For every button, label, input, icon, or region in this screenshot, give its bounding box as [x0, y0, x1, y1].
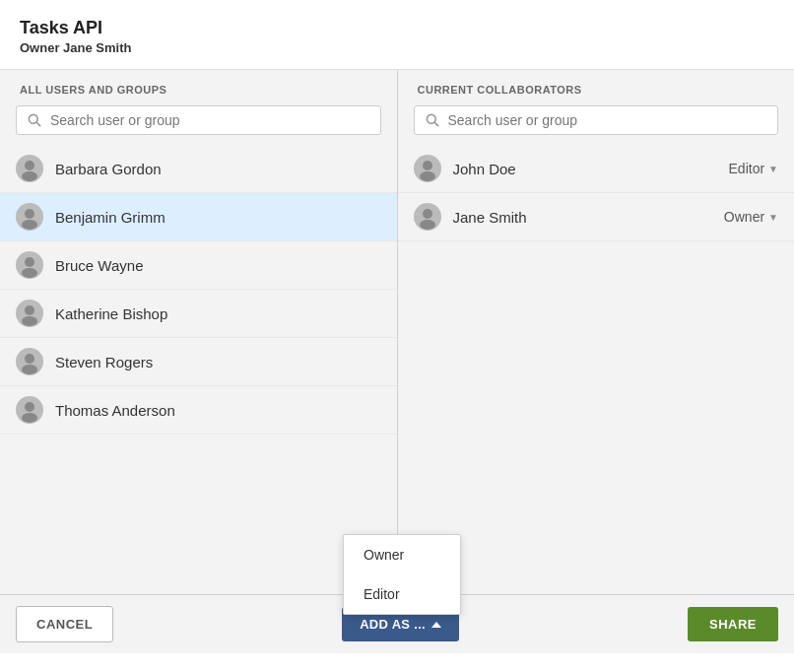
user-avatar-icon [16, 300, 43, 327]
dialog-subtitle: Owner Jane Smith [20, 40, 774, 55]
owner-name: Jane Smith [63, 40, 131, 55]
role-dropdown-menu: OwnerEditor [343, 534, 461, 615]
role-label: Owner [724, 209, 764, 225]
cancel-button[interactable]: CANCEL [16, 606, 113, 642]
left-panel-heading: ALL USERS AND GROUPS [0, 70, 397, 105]
svg-point-12 [25, 305, 34, 315]
svg-point-3 [25, 161, 34, 170]
svg-point-6 [25, 209, 34, 219]
svg-point-23 [423, 161, 432, 170]
user-name: Benjamin Grimm [55, 209, 165, 226]
right-search-input[interactable] [448, 112, 768, 128]
chevron-down-icon: ▼ [768, 212, 778, 223]
svg-line-21 [434, 122, 438, 126]
user-name: Katherine Bishop [55, 305, 167, 322]
svg-point-26 [423, 209, 432, 219]
collab-avatar-icon [414, 203, 441, 231]
dropdown-option[interactable]: Editor [344, 574, 460, 614]
collab-name: Jane Smith [453, 209, 724, 226]
right-panel-heading: CURRENT COLLABORATORS [398, 70, 795, 105]
svg-point-4 [22, 171, 37, 181]
user-avatar-icon [16, 203, 43, 231]
svg-point-13 [22, 316, 37, 326]
svg-point-24 [420, 171, 435, 181]
list-item[interactable]: Thomas Anderson [0, 386, 397, 435]
owner-label: Owner [20, 40, 59, 55]
left-search-container[interactable] [16, 105, 381, 135]
svg-point-9 [25, 257, 34, 267]
list-item[interactable]: Bruce Wayne [0, 241, 397, 290]
user-name: Thomas Anderson [55, 402, 175, 419]
collaborator-list: John Doe Editor ▼ Jane Smith Owner ▼ [398, 145, 795, 594]
user-name: Barbara Gordon [55, 161, 162, 177]
share-button[interactable]: SHARE [688, 607, 778, 641]
svg-point-27 [420, 220, 435, 230]
main-content: ALL USERS AND GROUPS Barbara Gordon [0, 70, 794, 594]
list-item[interactable]: Katherine Bishop [0, 290, 397, 338]
collab-name: John Doe [453, 161, 729, 177]
right-search-icon [425, 112, 440, 128]
user-avatar-icon [16, 396, 43, 424]
right-panel: CURRENT COLLABORATORS John Doe Editor ▼ [398, 70, 795, 594]
svg-point-7 [22, 220, 37, 230]
left-user-list: Barbara Gordon Benjamin Grimm Bruce Wayn… [0, 145, 397, 594]
svg-point-19 [22, 413, 37, 423]
chevron-down-icon: ▼ [768, 164, 778, 174]
list-item[interactable]: Barbara Gordon [0, 145, 397, 193]
user-avatar-icon [16, 251, 43, 279]
right-search-container[interactable] [414, 105, 779, 135]
left-search-icon [27, 112, 42, 128]
user-avatar-icon [16, 348, 43, 375]
chevron-up-icon [431, 622, 441, 628]
collaborator-item: Jane Smith Owner ▼ [398, 193, 795, 241]
svg-point-16 [22, 365, 37, 374]
role-label: Editor [729, 161, 765, 176]
collab-avatar-icon [414, 155, 441, 182]
left-search-input[interactable] [50, 112, 370, 128]
collaborator-item: John Doe Editor ▼ [398, 145, 795, 193]
list-item[interactable]: Steven Rogers [0, 338, 397, 386]
svg-point-15 [25, 354, 34, 364]
user-avatar-icon [16, 155, 43, 182]
svg-point-18 [25, 402, 34, 412]
dropdown-option[interactable]: Owner [344, 535, 460, 574]
user-name: Bruce Wayne [55, 257, 143, 274]
dialog-header: Tasks API Owner Jane Smith [0, 0, 794, 70]
role-dropdown-trigger[interactable]: Owner ▼ [724, 209, 778, 225]
add-as-label: ADD AS ... [360, 617, 426, 632]
dialog-title: Tasks API [20, 18, 774, 38]
list-item[interactable]: Benjamin Grimm [0, 193, 397, 241]
svg-point-10 [22, 268, 37, 278]
role-dropdown-trigger[interactable]: Editor ▼ [729, 161, 778, 176]
user-name: Steven Rogers [55, 354, 153, 370]
left-panel: ALL USERS AND GROUPS Barbara Gordon [0, 70, 398, 594]
svg-line-1 [36, 122, 40, 126]
